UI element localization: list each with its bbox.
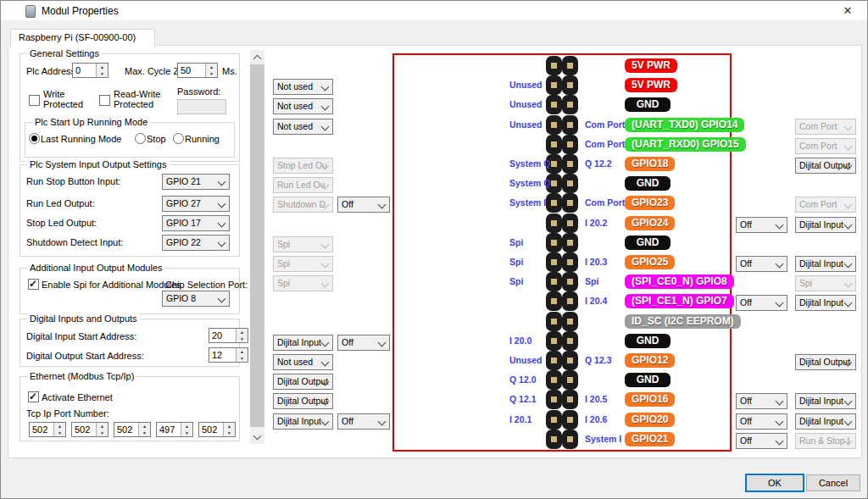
close-icon[interactable]: ✕ xyxy=(837,3,859,19)
max-cycle-spinner-arrows[interactable]: ▲▼ xyxy=(205,64,217,77)
digital-io-spinner-1[interactable]: 12▲▼ xyxy=(209,347,248,363)
tcp-port-spinner-2-arrows[interactable]: ▲▼ xyxy=(138,423,150,436)
pin-label-gpio16: GPIO16 xyxy=(625,392,675,407)
startup-radio-label: Running xyxy=(185,134,220,144)
right-off-combo-row19[interactable]: Off xyxy=(736,413,787,430)
password-input[interactable] xyxy=(177,99,226,114)
tab-raspberry-pi[interactable]: Raspberry Pi (SF-00900-00) xyxy=(10,29,155,48)
plc-address-spinner-arrows[interactable]: ▲▼ xyxy=(96,64,108,77)
plc-io-combo-3[interactable]: GPIO 22 xyxy=(162,235,230,251)
digital-io-spinner-1-arrows[interactable]: ▲▼ xyxy=(236,348,248,362)
chevron-down-icon xyxy=(844,141,853,150)
plc-io-title: Plc System Input Output Settings xyxy=(27,159,169,169)
right-combo-row12: Spi xyxy=(795,275,856,291)
right-combo-row16[interactable]: Dijital Output xyxy=(795,354,856,370)
pin-label-gpio12: GPIO12 xyxy=(625,353,675,368)
right-off-combo-row18[interactable]: Off xyxy=(736,393,787,409)
tcp-port-spinner-3-arrows[interactable]: ▲▼ xyxy=(181,423,192,436)
right-off-combo-row11[interactable]: Off xyxy=(736,256,787,272)
pin-contact-icon xyxy=(551,396,557,402)
right-combo-row18[interactable]: Dijital Input xyxy=(795,393,856,409)
scrollbar-thumb[interactable] xyxy=(250,64,264,427)
tcp-port-spinner-2[interactable]: 502▲▼ xyxy=(114,422,151,437)
digital-io-spinner-0[interactable]: 20▲▼ xyxy=(209,328,248,343)
pin-contact-icon xyxy=(567,200,573,206)
mid-combo-row2[interactable]: Not used xyxy=(273,79,333,95)
activate-ethernet-checkbox[interactable] xyxy=(28,391,39,402)
mid-combo-row11: Spi xyxy=(273,256,333,272)
pin-contact-icon xyxy=(551,358,557,363)
chevron-down-icon xyxy=(844,436,853,445)
right-off-combo-row20[interactable]: Off xyxy=(736,433,787,449)
plc-io-combo-2[interactable]: GPIO 17 xyxy=(162,215,230,231)
startup-radio-last-running-mode[interactable] xyxy=(29,133,40,144)
digital-io-spinner-0-arrows[interactable]: ▲▼ xyxy=(236,329,248,342)
right-combo-row9[interactable]: Dijital Input xyxy=(795,217,856,233)
mid-combo-row19[interactable]: Dijital Input xyxy=(273,413,333,430)
chevron-down-icon xyxy=(844,220,853,229)
chevron-down-icon xyxy=(218,200,226,208)
chevron-down-icon xyxy=(218,239,226,247)
plc-io-row-label: Run Led Output: xyxy=(26,198,95,208)
pin-header-block xyxy=(562,233,578,252)
write-protected-checkbox[interactable] xyxy=(29,95,40,106)
chip-selection-combo[interactable]: GPIO 8 xyxy=(162,291,230,307)
mid-combo-row17[interactable]: Dijital Output xyxy=(273,374,333,390)
pin-status-right: I 20.3 xyxy=(585,257,607,267)
pin-label-gpio25: GPIO25 xyxy=(625,255,675,269)
pin-contact-icon xyxy=(551,102,557,108)
tcp-port-spinner-1-arrows[interactable]: ▲▼ xyxy=(96,423,108,436)
enable-spi-checkbox[interactable] xyxy=(28,279,39,290)
mid-off-combo-row8[interactable]: Off xyxy=(337,197,390,213)
mid-combo-row18[interactable]: Dijital Output xyxy=(273,393,333,409)
chevron-down-icon xyxy=(776,299,784,308)
right-combo-row6[interactable]: Dijital Output xyxy=(795,158,856,174)
plc-io-combo-1[interactable]: GPIO 27 xyxy=(162,196,230,212)
max-cycle-spinner[interactable]: 50▲▼ xyxy=(177,63,218,78)
tcp-port-spinner-4-arrows[interactable]: ▲▼ xyxy=(223,423,235,436)
pin-label-gpio21: GPIO21 xyxy=(625,432,675,446)
tcp-port-spinner-4[interactable]: 502▲▼ xyxy=(198,422,236,437)
left-panel-scrollbar[interactable] xyxy=(250,50,264,444)
tcp-port-spinner-0-arrows[interactable]: ▲▼ xyxy=(53,423,65,436)
ok-button[interactable]: OK xyxy=(745,474,804,492)
plc-io-combo-0[interactable]: GPIO 21 xyxy=(162,174,230,190)
pin-contact-icon xyxy=(551,141,557,147)
startup-radio-stop[interactable] xyxy=(135,133,146,144)
pin-header-block xyxy=(546,351,562,370)
scroll-up-icon[interactable] xyxy=(250,50,264,64)
digital-io-spinner-0-value: 20 xyxy=(212,330,222,341)
right-combo-row19[interactable]: Dijital Input xyxy=(795,413,856,430)
right-combo-row13[interactable]: Dijital Input xyxy=(795,295,856,311)
pin-header-block xyxy=(562,115,578,135)
mid-combo-row4[interactable]: Not used xyxy=(273,119,333,135)
tcp-port-spinner-3[interactable]: 497▲▼ xyxy=(156,422,193,437)
cancel-button[interactable]: Cancel xyxy=(806,474,860,491)
mid-combo-row16[interactable]: Not used xyxy=(273,354,333,370)
pin-header-block xyxy=(562,410,578,430)
pin-header-block xyxy=(562,193,578,213)
pin-status-left: Q 12.1 xyxy=(509,394,537,404)
activate-ethernet-label: Activate Ethernet xyxy=(42,392,113,402)
scroll-down-icon[interactable] xyxy=(250,430,264,444)
right-combo-row11[interactable]: Dijital Input xyxy=(795,256,856,272)
plc-address-spinner[interactable]: 0▲▼ xyxy=(72,63,108,78)
pin-contact-icon xyxy=(567,436,573,442)
startup-mode-title: Plc Start Up Running Mode xyxy=(32,117,150,127)
read-write-protected-checkbox[interactable] xyxy=(99,95,110,106)
mid-combo-row15[interactable]: Dijital Input xyxy=(273,335,333,351)
mid-off-combo-row15[interactable]: Off xyxy=(337,335,390,351)
pin-label-gnd: GND xyxy=(625,176,670,191)
pin-header-block xyxy=(562,430,578,449)
tcp-port-spinner-1[interactable]: 502▲▼ xyxy=(71,422,108,437)
pin-contact-icon xyxy=(551,377,557,383)
tcp-port-spinner-0[interactable]: 502▲▼ xyxy=(29,422,66,437)
ethernet-title: Ethernet (Modbus Tcp/Ip) xyxy=(27,371,136,381)
pin-contact-icon xyxy=(567,259,573,265)
mid-combo-row3[interactable]: Not used xyxy=(273,98,333,114)
right-off-combo-row13[interactable]: Off xyxy=(736,295,787,311)
pin-status-right: I 20.4 xyxy=(585,296,607,306)
mid-off-combo-row19[interactable]: Off xyxy=(337,413,390,430)
right-off-combo-row9[interactable]: Off xyxy=(736,217,787,233)
startup-radio-running[interactable] xyxy=(173,133,184,144)
